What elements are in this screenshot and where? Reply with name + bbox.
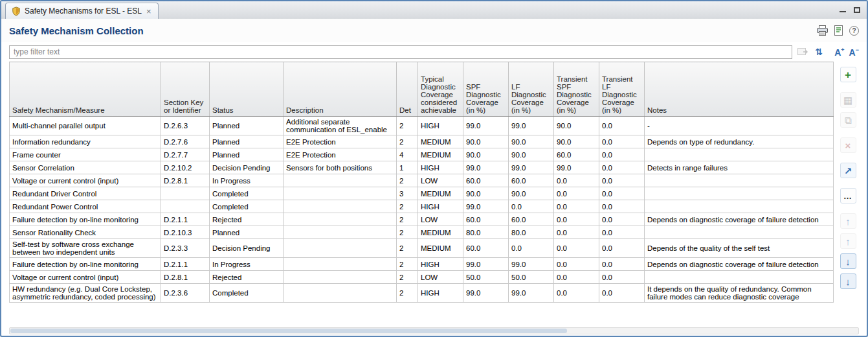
table-cell[interactable]: 99.0 [509,258,554,271]
table-cell[interactable]: Voltage or current control (input) [10,174,161,187]
table-cell[interactable]: Self-test by software cross exchange bet… [10,239,161,258]
table-cell[interactable]: 60.0 [509,213,554,226]
table-cell[interactable]: MEDIUM [418,226,463,239]
table-cell[interactable]: 0.0 [599,271,645,284]
table-cell[interactable] [284,271,397,284]
column-header[interactable]: Safety Mechanism/Measure [10,62,161,117]
column-header[interactable]: Status [210,62,284,117]
table-cell[interactable]: MEDIUM [418,148,463,161]
table-cell[interactable]: Information redundancy [10,135,161,148]
table-cell[interactable]: 0.0 [554,213,599,226]
font-increase-icon[interactable]: A+ [834,47,844,57]
table-cell[interactable]: Planned [210,135,284,148]
table-cell[interactable]: It depends on the quality of redundancy.… [645,284,834,303]
table-cell[interactable]: Sensors for both positions [284,161,397,174]
table-cell[interactable]: Planned [210,117,284,135]
table-cell[interactable]: 50.0 [509,271,554,284]
column-header[interactable]: Transient LF Diagnostic Coverage (in %) [599,62,645,117]
table-cell[interactable]: 0.0 [599,226,645,239]
table-row[interactable]: Sensor CorrelationD.2.10.2Decision Pendi… [10,161,834,174]
table-cell[interactable]: D.2.8.1 [161,271,210,284]
maximize-icon[interactable] [854,7,860,13]
table-cell[interactable]: 0.0 [599,239,645,258]
table-cell[interactable]: HIGH [418,161,463,174]
table-cell[interactable]: HIGH [418,258,463,271]
table-cell[interactable]: D.2.1.1 [161,258,210,271]
sort-icon[interactable]: ⇅ [813,47,825,57]
table-cell[interactable]: - [645,117,834,135]
table-cell[interactable]: 0.0 [599,148,645,161]
table-cell[interactable] [284,284,397,303]
table-cell[interactable]: Redundant Driver Control [10,187,161,200]
table-cell[interactable]: 0.0 [599,161,645,174]
table-cell[interactable] [161,200,210,213]
table-cell[interactable]: Completed [210,284,284,303]
table-cell[interactable]: Frame counter [10,148,161,161]
table-cell[interactable]: 90.0 [463,148,509,161]
table-cell[interactable]: Planned [210,226,284,239]
table-cell[interactable]: 90.0 [509,187,554,200]
table-cell[interactable]: Rejected [210,271,284,284]
table-cell[interactable]: 90.0 [463,135,509,148]
copy-button[interactable]: ⧉ [840,112,856,128]
table-cell[interactable]: 0.0 [509,200,554,213]
hscroll-thumb[interactable] [10,329,567,333]
table-cell[interactable]: 2 [397,226,418,239]
table-cell[interactable]: 99.0 [509,117,554,135]
table-cell[interactable]: HIGH [418,284,463,303]
column-header[interactable]: Det [397,62,418,117]
column-header[interactable]: SPF Diagnostic Coverage (in %) [463,62,509,117]
table-cell[interactable]: 90.0 [509,135,554,148]
table-cell[interactable]: In Progress [210,174,284,187]
table-cell[interactable]: Completed [210,200,284,213]
table-cell[interactable] [645,187,834,200]
table-cell[interactable]: LOW [418,271,463,284]
table-cell[interactable]: HW redundancy (e.g. Dual Core Lockstep, … [10,284,161,303]
table-row[interactable]: Failure detection by on-line monitoringD… [10,258,834,271]
table-cell[interactable]: 90.0 [554,117,599,135]
column-header[interactable]: LF Diagnostic Coverage (in %) [509,62,554,117]
table-cell[interactable]: 2 [397,117,418,135]
horizontal-scrollbar[interactable] [9,327,859,334]
table-cell[interactable]: 90.0 [554,135,599,148]
table-cell[interactable]: 2 [397,213,418,226]
table-cell[interactable]: 80.0 [509,226,554,239]
add-button[interactable]: + [840,67,856,82]
table-cell[interactable]: 99.0 [463,284,509,303]
table-cell[interactable]: Redundant Power Control [10,200,161,213]
table-cell[interactable]: Failure detection by on-line monitoring [10,258,161,271]
table-cell[interactable]: 0.0 [554,271,599,284]
table-cell[interactable]: 99.0 [463,117,509,135]
table-cell[interactable]: 0.0 [599,200,645,213]
table-cell[interactable]: D.2.8.1 [161,174,210,187]
table-cell[interactable]: 99.0 [509,161,554,174]
table-cell[interactable]: 2 [397,174,418,187]
table-cell[interactable]: Depends of the quality of the self test [645,239,834,258]
table-cell[interactable] [284,187,397,200]
table-cell[interactable] [284,258,397,271]
table-row[interactable]: Voltage or current control (input)D.2.8.… [10,271,834,284]
table-row[interactable]: Information redundancyD.2.7.6PlannedE2E … [10,135,834,148]
table-cell[interactable]: Depends on type of redundancy. [645,135,834,148]
table-cell[interactable]: 2 [397,239,418,258]
table-cell[interactable]: 0.0 [554,174,599,187]
table-row[interactable]: Self-test by software cross exchange bet… [10,239,834,258]
add-multiple-button[interactable]: ▦ [840,92,856,108]
table-cell[interactable] [645,200,834,213]
table-cell[interactable]: Decision Pending [210,239,284,258]
table-cell[interactable]: Decision Pending [210,161,284,174]
table-cell[interactable]: In Progress [210,258,284,271]
table-cell[interactable]: Multi-channel parallel output [10,117,161,135]
move-bottom-button[interactable]: ↓ [840,273,856,289]
table-cell[interactable]: 2 [397,135,418,148]
move-up-button[interactable]: ↑ [840,233,856,249]
table-cell[interactable] [284,213,397,226]
table-cell[interactable]: 0.0 [554,200,599,213]
table-cell[interactable]: 60.0 [463,213,509,226]
table-cell[interactable]: 3 [397,187,418,200]
table-cell[interactable]: HIGH [418,117,463,135]
table-row[interactable]: HW redundancy (e.g. Dual Core Lockstep, … [10,284,834,303]
table-row[interactable]: Frame counterD.2.7.7PlannedE2E Protectio… [10,148,834,161]
table-cell[interactable]: 60.0 [554,148,599,161]
table-cell[interactable]: Additional separate communication of ESL… [284,117,397,135]
